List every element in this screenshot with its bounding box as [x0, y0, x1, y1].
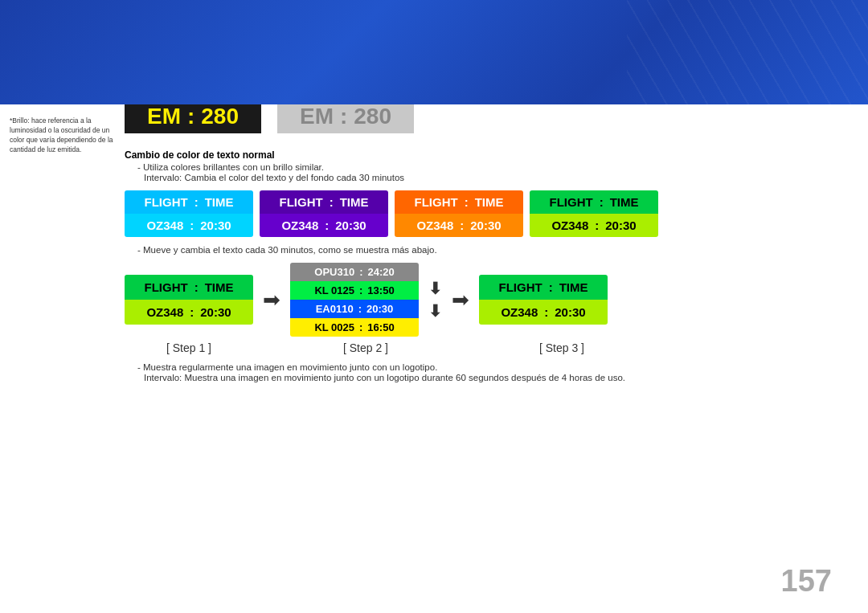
flight-card-green: FLIGHT : TIME OZ348 : 20:30 [530, 190, 658, 237]
step3-body: OZ348 : 20:30 [479, 300, 608, 325]
fc-cyan-body-right: 20:30 [200, 219, 231, 232]
db-dark-r2-colon: : [187, 104, 194, 129]
step3-label: [ Step 3 ] [497, 341, 626, 354]
fc-purple-header-right: TIME [340, 195, 369, 209]
steps-row: FLIGHT : TIME OZ348 : 20:30 ➡ OPU310 : 2… [125, 263, 836, 337]
fc-orange-body-right: 20:30 [470, 219, 501, 232]
fc-orange-header-left: FLIGHT [415, 195, 458, 209]
step2-row-0: OPU310 : 24:20 [290, 263, 419, 281]
fc-cyan-header-colon: : [194, 195, 199, 209]
flight-cards-section: FLIGHT : TIME OZ348 : 20:30 FLIGHT : TIM… [125, 190, 868, 237]
step1-body-right: 20:30 [200, 305, 231, 319]
step3-card: FLIGHT : TIME OZ348 : 20:30 [479, 275, 608, 325]
step2-r0-left: OPU310 [314, 266, 354, 278]
step1-header-left: FLIGHT [145, 280, 188, 294]
step1-header-right: TIME [205, 280, 234, 294]
step2-r1-right: 13:50 [367, 284, 394, 296]
flight-card-cyan: FLIGHT : TIME OZ348 : 20:30 [125, 190, 253, 237]
step2-r0-right: 24:20 [367, 266, 394, 278]
step1-body: OZ348 : 20:30 [125, 300, 253, 325]
step3-header-right: TIME [559, 280, 588, 294]
fc-green-body: OZ348 : 20:30 [530, 214, 658, 237]
db-gray-r2-colon: : [340, 104, 347, 129]
db-gray-r2-left: EM [300, 104, 334, 129]
fc-orange-body-colon: : [460, 219, 464, 232]
fc-orange-header-colon: : [465, 195, 469, 209]
db-gray-r2-right: 280 [354, 104, 391, 129]
step1-header: FLIGHT : TIME [125, 275, 253, 300]
normal-color-title: Cambio de color de texto normal [125, 149, 836, 161]
flight-cards-row: FLIGHT : TIME OZ348 : 20:30 FLIGHT : TIM… [125, 190, 836, 237]
fc-purple-body: OZ348 : 20:30 [260, 214, 388, 237]
fc-purple-header: FLIGHT : TIME [260, 190, 388, 214]
step1-label: [ Step 1 ] [125, 341, 253, 354]
step2-r1-left: KL 0125 [314, 284, 354, 296]
step2-row-2: EA0110 : 20:30 [290, 300, 419, 318]
step2-r2-right: 20:30 [366, 303, 393, 315]
step3-header-colon: : [549, 280, 553, 294]
step2-label: [ Step 2 ] [301, 341, 430, 354]
fc-cyan-header-right: TIME [205, 195, 234, 209]
page-number: 157 [781, 564, 832, 599]
arrow-down-2: ⬇ [428, 301, 442, 321]
bottom-sub1: Muestra regularmente una imagen en movim… [137, 362, 836, 372]
normal-color-sub1: Utiliza colores brillantes con un brillo… [137, 162, 836, 172]
fc-green-header-right: TIME [610, 195, 639, 209]
step2-card: OPU310 : 24:20 KL 0125 : 13:50 EA0110 : … [290, 263, 419, 337]
sidebar-note: *Brillo: hace referencia a la luminosida… [10, 116, 114, 155]
step-labels-row: [ Step 1 ] [ Step 2 ] [ Step 3 ] [125, 341, 836, 354]
step2-row-3: KL 0025 : 16:50 [290, 318, 419, 337]
fc-cyan-header: FLIGHT : TIME [125, 190, 253, 214]
steps-move-label: Mueve y cambia el texto cada 30 minutos,… [137, 245, 836, 255]
step3-header: FLIGHT : TIME [479, 275, 608, 300]
step2-r0-colon: : [359, 266, 362, 278]
fc-purple-header-left: FLIGHT [280, 195, 323, 209]
fc-purple-body-colon: : [325, 219, 329, 232]
db-dark-r2-right: 280 [201, 104, 239, 129]
steps-section: Mueve y cambia el texto cada 30 minutos,… [125, 245, 868, 354]
hex-decoration [627, 0, 868, 104]
fc-green-body-left: OZ348 [551, 219, 588, 232]
fc-orange-header-right: TIME [475, 195, 504, 209]
step2-row-1: KL 0125 : 13:50 [290, 281, 419, 300]
normal-color-section: Cambio de color de texto normal Utiliza … [0, 143, 868, 182]
step2-r2-colon: : [358, 303, 362, 315]
display-box-dark-row2: EM : 280 [147, 104, 239, 129]
step1-card: FLIGHT : TIME OZ348 : 20:30 [125, 275, 253, 325]
step3-body-colon: : [544, 305, 548, 319]
fc-purple-body-left: OZ348 [281, 219, 318, 232]
bottom-sub2: Intervalo: Muestra una imagen en movimie… [144, 373, 836, 382]
arrow-1: ➡ [263, 288, 280, 313]
fc-cyan-header-left: FLIGHT [145, 195, 188, 209]
arrow-down-1: ⬇ [428, 279, 442, 298]
step1-body-left: OZ348 [146, 305, 183, 319]
bottom-note: Muestra regularmente una imagen en movim… [125, 362, 868, 382]
step2-r3-colon: : [359, 321, 362, 333]
fc-green-header-left: FLIGHT [550, 195, 593, 209]
fc-orange-header: FLIGHT : TIME [395, 190, 523, 214]
step3-flight-card: FLIGHT : TIME OZ348 : 20:30 [479, 275, 608, 325]
step2-r1-colon: : [359, 284, 362, 296]
fc-orange-body: OZ348 : 20:30 [395, 214, 523, 237]
fc-green-body-colon: : [595, 219, 599, 232]
step1-header-colon: : [194, 280, 199, 294]
flight-card-purple: FLIGHT : TIME OZ348 : 20:30 [260, 190, 388, 237]
fc-cyan-body-colon: : [190, 219, 194, 232]
normal-color-sub2: Intervalo: Cambia el color del texto y d… [144, 173, 836, 182]
step2-r2-left: EA0110 [316, 303, 354, 315]
fc-cyan-body-left: OZ348 [146, 219, 183, 232]
down-arrows: ⬇ ⬇ [428, 279, 442, 321]
fc-cyan-body: OZ348 : 20:30 [125, 214, 253, 237]
step3-body-left: OZ348 [501, 305, 538, 319]
step1-flight-card: FLIGHT : TIME OZ348 : 20:30 [125, 275, 253, 325]
display-box-gray-row2: EM : 280 [300, 104, 391, 129]
fc-green-header: FLIGHT : TIME [530, 190, 658, 214]
step3-header-left: FLIGHT [499, 280, 542, 294]
flight-card-orange: FLIGHT : TIME OZ348 : 20:30 [395, 190, 523, 237]
step2-r3-right: 16:50 [367, 321, 394, 333]
arrow-2: ➡ [452, 288, 469, 313]
step2-r3-left: KL 0025 [314, 321, 354, 333]
fc-orange-body-left: OZ348 [416, 219, 453, 232]
db-dark-r2-left: EM [147, 104, 181, 129]
header-background [0, 0, 868, 104]
